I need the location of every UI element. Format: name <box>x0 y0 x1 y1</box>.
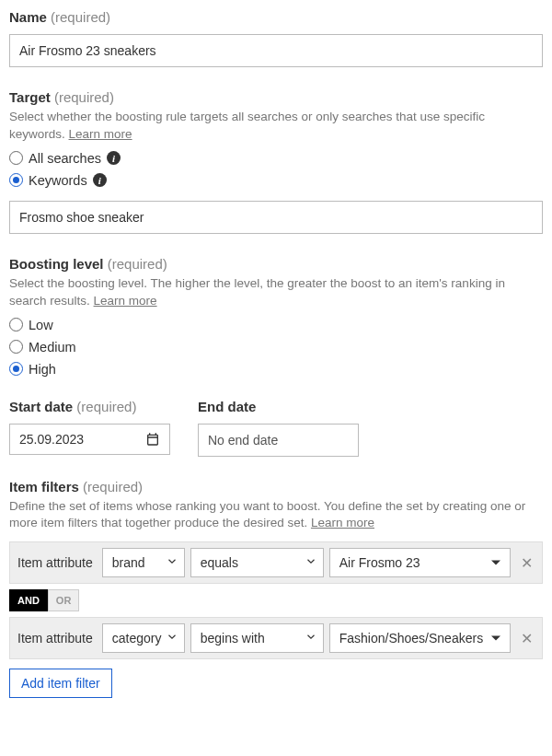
radio-keywords[interactable] <box>9 173 23 187</box>
radio-low[interactable] <box>9 318 23 331</box>
required-tag: (required) <box>51 9 110 25</box>
caret-down-icon <box>491 561 500 565</box>
target-help: Select whether the boosting rule targets… <box>9 109 543 144</box>
radio-high-label: High <box>29 362 56 377</box>
end-date-label-text: End date <box>198 399 256 414</box>
filter-operator-select[interactable]: begins with <box>190 623 324 653</box>
remove-filter-button[interactable]: ✕ <box>516 628 536 648</box>
radio-high[interactable] <box>9 362 23 376</box>
filter-attribute-select[interactable]: brand <box>102 548 185 577</box>
chevron-down-icon <box>166 555 178 571</box>
radio-all-searches-label: All searches <box>29 151 101 166</box>
end-date-label: End date <box>198 399 359 414</box>
filter-operator-value: begins with <box>201 631 265 646</box>
target-option-keywords-row[interactable]: Keywords i <box>9 173 543 188</box>
target-label-text: Target <box>9 89 51 105</box>
radio-low-label: Low <box>29 318 53 332</box>
logic-and-button[interactable]: AND <box>9 589 48 611</box>
required-tag: (required) <box>54 89 114 105</box>
filter-value-select[interactable]: Fashion/Shoes/Sneakers <box>329 623 511 653</box>
filter-operator-select[interactable]: equals <box>190 548 324 577</box>
boosting-level-label-text: Boosting level <box>9 256 104 272</box>
radio-keywords-label: Keywords <box>29 173 87 188</box>
caret-down-icon <box>491 636 500 641</box>
item-filters-help: Define the set of items whose ranking yo… <box>9 498 543 533</box>
boost-learn-more-link[interactable]: Learn more <box>94 294 157 308</box>
logic-or-button[interactable]: OR <box>48 589 80 611</box>
boost-high-row[interactable]: High <box>9 362 543 377</box>
filter-value-text: Fashion/Shoes/Sneakers <box>339 631 483 646</box>
chevron-down-icon <box>305 631 317 646</box>
boost-low-row[interactable]: Low <box>9 318 543 332</box>
boost-medium-row[interactable]: Medium <box>9 340 543 355</box>
end-date-input[interactable]: No end date <box>198 424 359 457</box>
chevron-down-icon <box>166 631 178 646</box>
radio-medium[interactable] <box>9 340 23 354</box>
radio-medium-label: Medium <box>29 340 76 355</box>
start-date-input[interactable]: 25.09.2023 <box>9 424 170 455</box>
end-date-value: No end date <box>208 433 278 448</box>
radio-all-searches[interactable] <box>9 151 23 165</box>
item-filters-label: Item filters (required) <box>9 479 543 494</box>
filters-learn-more-link[interactable]: Learn more <box>311 516 374 529</box>
required-tag: (required) <box>108 256 167 272</box>
item-filters-label-text: Item filters <box>9 479 79 494</box>
info-icon[interactable]: i <box>93 173 107 187</box>
filter-row-label: Item attribute <box>16 555 97 570</box>
name-label: Name (required) <box>9 9 543 25</box>
filter-row: Item attribute brand equals Air Frosmo 2… <box>9 541 543 584</box>
filter-attribute-value: brand <box>112 555 145 570</box>
item-filters-help-text: Define the set of items whose ranking yo… <box>9 499 525 530</box>
filter-row: Item attribute category begins with Fash… <box>9 617 543 659</box>
filter-value-text: Air Frosmo 23 <box>339 555 420 570</box>
target-learn-more-link[interactable]: Learn more <box>69 127 132 141</box>
target-label: Target (required) <box>9 89 543 105</box>
filter-attribute-select[interactable]: category <box>102 623 185 653</box>
boosting-level-help: Select the boosting level. The higher th… <box>9 275 543 310</box>
filter-logic-row: AND OR <box>9 589 543 611</box>
keywords-input[interactable] <box>9 201 543 234</box>
filter-operator-value: equals <box>201 555 238 570</box>
filter-row-label: Item attribute <box>16 631 97 646</box>
filter-attribute-value: category <box>112 631 162 646</box>
name-label-text: Name <box>9 9 47 25</box>
start-date-label-text: Start date <box>9 399 73 414</box>
start-date-value: 25.09.2023 <box>19 432 138 447</box>
boosting-level-label: Boosting level (required) <box>9 256 543 272</box>
filter-value-select[interactable]: Air Frosmo 23 <box>329 548 511 577</box>
start-date-label: Start date (required) <box>9 399 170 414</box>
boosting-level-help-text: Select the boosting level. The higher th… <box>9 276 505 308</box>
remove-filter-button[interactable]: ✕ <box>516 552 536 573</box>
info-icon[interactable]: i <box>107 151 121 165</box>
add-item-filter-button[interactable]: Add item filter <box>9 669 112 698</box>
required-tag: (required) <box>83 479 143 494</box>
required-tag: (required) <box>76 399 136 414</box>
name-input[interactable] <box>9 34 543 67</box>
calendar-icon <box>145 432 160 447</box>
chevron-down-icon <box>305 555 317 571</box>
target-option-all-row[interactable]: All searches i <box>9 151 543 166</box>
